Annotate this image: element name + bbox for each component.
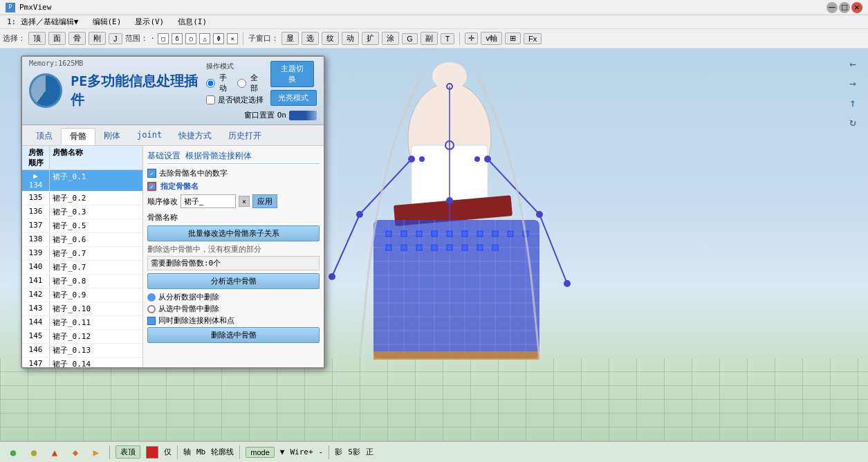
subwin-anim[interactable]: 动 — [342, 32, 359, 45]
shape-x[interactable]: × — [227, 33, 238, 44]
arrow-left[interactable]: ← — [844, 55, 861, 72]
subwin-copy[interactable]: 副 — [421, 32, 438, 45]
bone-id: 145 — [22, 330, 50, 343]
bone-row[interactable]: 147 裙子_0.14 — [22, 358, 142, 367]
radio-manual[interactable] — [206, 79, 215, 88]
btn-crosshair[interactable]: ✛ — [465, 33, 478, 44]
radio-from-analysis[interactable] — [147, 293, 156, 302]
shape-circle[interactable]: ○ — [185, 33, 196, 44]
svg-point-52 — [536, 211, 543, 218]
bone-row[interactable]: 137 裙子_0.5 — [22, 219, 142, 233]
rename-input-area: 顺序修改 × 应用 — [147, 194, 320, 208]
subwin-t[interactable]: T — [441, 33, 455, 44]
toolbar-top[interactable]: 顶 — [28, 32, 46, 45]
arrow-rotate[interactable]: ↻ — [844, 113, 861, 130]
remove-numbers-check-label[interactable]: ✓ 去除骨骼名中的数字 — [147, 168, 228, 178]
tab-vertex[interactable]: 顶点 — [28, 128, 61, 145]
minimize-btn[interactable]: ─ — [827, 2, 838, 13]
tab-history[interactable]: 历史打开 — [220, 128, 270, 145]
status-icon-green[interactable]: ● — [6, 445, 21, 460]
maximize-btn[interactable]: □ — [839, 2, 850, 13]
btn-delete[interactable]: 删除选中骨骼 — [147, 327, 320, 343]
bone-row[interactable]: 145 裙子_0.12 — [22, 330, 142, 344]
bone-row[interactable]: 146 裙子_0.13 — [22, 344, 142, 358]
tab-shortcut[interactable]: 快捷方式 — [170, 128, 220, 145]
bone-name: 裙子_0.5 — [50, 219, 142, 232]
menu-edit[interactable]: 编辑(E) — [89, 16, 126, 28]
btn-grid[interactable]: ⊞ — [505, 33, 521, 44]
main-viewport: ← → ↑ ↻ − □ × Memory:1625MB PE多功能信息处理插件 — [0, 48, 868, 441]
svg-rect-26 — [401, 231, 407, 237]
btn-surface[interactable]: 表顶 — [116, 445, 140, 459]
arrow-up[interactable]: ↑ — [844, 94, 861, 111]
subwin-paint[interactable]: 涂 — [382, 32, 399, 45]
close-btn[interactable]: × — [851, 2, 862, 13]
toolbar-bone[interactable]: 骨 — [68, 32, 86, 45]
btn-vaxis[interactable]: v軸 — [481, 32, 502, 45]
menu-info[interactable]: 信息(I) — [174, 16, 211, 28]
axes-arrows[interactable]: ← → ↑ ↻ — [844, 55, 861, 130]
bone-name: 裙子_0.7 — [50, 247, 142, 260]
bone-row[interactable]: 141 裙子_0.8 — [22, 275, 142, 288]
rename-apply-btn[interactable]: 应用 — [252, 194, 277, 208]
svg-line-45 — [332, 214, 360, 277]
status-sep-4 — [329, 445, 329, 459]
shape-delta[interactable]: δ — [172, 33, 183, 44]
bone-row[interactable]: 142 裙子_0.9 — [22, 288, 142, 302]
toolbar-face[interactable]: 面 — [48, 32, 66, 45]
subwin-select[interactable]: 选 — [302, 32, 319, 45]
status-icon-diamond[interactable]: ◆ — [68, 445, 83, 460]
bone-row[interactable]: 135 裙子_0.2 — [22, 192, 142, 205]
btn-mode[interactable]: mode — [246, 447, 275, 458]
tab-rigid[interactable]: 刚体 — [95, 128, 129, 145]
menu-display[interactable]: 显示(V) — [131, 16, 168, 28]
btn-bright[interactable]: 光亮模式 — [270, 90, 317, 106]
checkbox-selective[interactable] — [206, 95, 215, 104]
svg-rect-29 — [447, 231, 452, 237]
tab-joint[interactable]: joint — [129, 128, 170, 145]
toolbar-j[interactable]: J — [109, 33, 122, 44]
toolbar-rigid[interactable]: 刚 — [89, 32, 106, 45]
bone-id: 142 — [22, 288, 50, 302]
btn-batch-modify[interactable]: 批量修改选中骨骼亲子关系 — [147, 225, 320, 241]
checkbox-selective-label: 是否锁定选择 — [218, 95, 264, 105]
bone-row[interactable]: 136 裙子_0.3 — [22, 205, 142, 219]
on-bar[interactable] — [289, 111, 317, 120]
check-delete-rigid[interactable] — [147, 317, 156, 325]
bone-row[interactable]: 138 裙子_0.6 — [22, 233, 142, 247]
rename-input[interactable] — [181, 194, 236, 208]
status-icon-yellow[interactable]: ● — [26, 445, 41, 460]
btn-fx[interactable]: Fx — [524, 33, 542, 44]
radio-from-selected[interactable] — [147, 305, 156, 313]
subwin-expand[interactable]: 扩 — [362, 32, 379, 45]
bone-row[interactable]: 143 裙子_0.10 — [22, 302, 142, 316]
shape-rect[interactable]: □ — [158, 33, 169, 44]
status-icon-play[interactable]: ▶ — [89, 445, 104, 460]
bone-row[interactable]: 144 裙子_0.11 — [22, 316, 142, 330]
radio-all[interactable] — [237, 79, 246, 88]
subwin-tex[interactable]: 纹 — [322, 32, 339, 45]
status-icon-tri[interactable]: ▲ — [47, 445, 62, 460]
arrow-right[interactable]: → — [844, 75, 861, 91]
bone-row[interactable]: ▶ 134 裙子_0.1 — [22, 170, 142, 192]
btn-analyze[interactable]: 分析选中骨骼 — [147, 273, 320, 289]
window-controls[interactable]: ─ □ × — [827, 2, 862, 13]
bone-name: 裙子_0.2 — [50, 192, 142, 205]
rename-clear-btn[interactable]: × — [239, 196, 250, 207]
shape-tri[interactable]: △ — [199, 33, 210, 44]
shape-phi[interactable]: Φ — [213, 33, 224, 44]
btn-theme[interactable]: 主题切换 — [270, 61, 314, 87]
bone-row[interactable]: 139 裙子_0.7 — [22, 247, 142, 261]
svg-rect-35 — [386, 245, 391, 250]
menu-mode[interactable]: 1: 选择／基础编辑▼ — [3, 16, 83, 28]
plugin-logo — [29, 73, 62, 108]
bone-row[interactable]: 140 裙子_0.7 — [22, 261, 142, 275]
svg-rect-36 — [401, 245, 407, 250]
check-delete-rigid-row: 同时删除连接刚体和点 — [147, 315, 320, 326]
subwin-show[interactable]: 显 — [281, 32, 299, 45]
tab-bone[interactable]: 骨骼 — [61, 128, 95, 145]
remove-numbers-checkbox[interactable]: ✓ — [147, 169, 156, 178]
radio-manual-label: 手动 — [219, 73, 233, 93]
subwin-g[interactable]: G — [402, 33, 418, 44]
pinyin-checkbox[interactable]: ✓ — [147, 182, 156, 191]
